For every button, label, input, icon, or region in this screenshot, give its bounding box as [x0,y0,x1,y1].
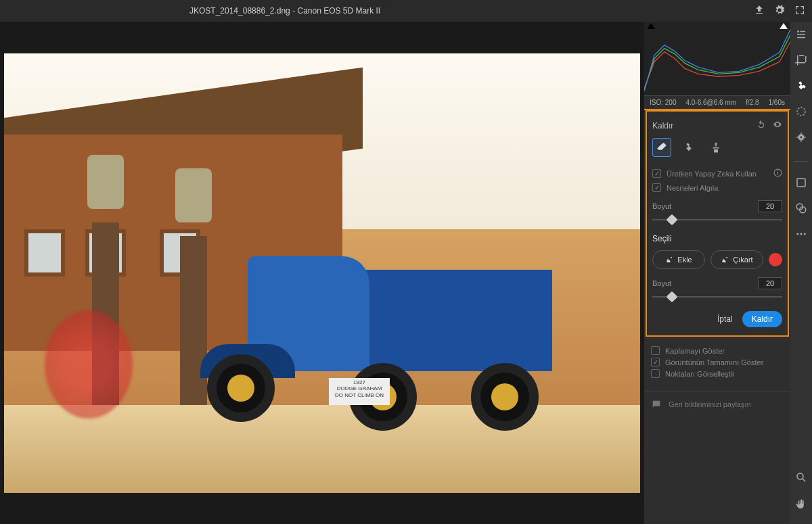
presets-icon[interactable] [795,176,807,191]
title-bar: JKOST_2014_08886_2.dng - Canon EOS 5D Ma… [0,0,812,22]
heal-mode-button[interactable] [679,138,698,157]
shadow-clip-icon[interactable] [647,23,655,29]
export-icon[interactable] [754,5,765,18]
fullimage-checkbox[interactable] [651,358,660,366]
more-icon[interactable] [795,228,807,243]
apply-button[interactable]: Kaldır [742,311,782,327]
svg-point-5 [800,137,803,139]
hand-tool-icon[interactable] [795,498,807,513]
size-slider-2[interactable] [652,292,782,302]
camera-model: Canon EOS 5D Mark II [297,6,380,16]
redeye-tool-icon[interactable] [795,131,807,146]
feedback-link[interactable]: Geri bildiriminizi paylaşın [644,391,790,416]
size-input-2[interactable] [758,277,782,289]
detect-checkbox[interactable] [652,183,661,192]
eye-icon[interactable] [773,120,782,131]
overlay-color-swatch[interactable] [769,253,782,266]
svg-rect-6 [797,178,805,187]
crop-tool-icon[interactable] [795,54,807,69]
gear-icon[interactable] [774,5,785,18]
fullscreen-icon[interactable] [794,5,805,18]
highlight-clip-icon[interactable] [780,23,788,29]
size-slider-1[interactable] [652,215,782,224]
removal-mask-overlay [45,310,133,419]
subtract-button[interactable]: Çıkart [710,250,763,269]
selected-header: Seçili [652,234,782,243]
genai-checkbox[interactable] [652,169,661,178]
visualize-checkbox[interactable] [651,369,660,378]
svg-point-10 [800,233,803,235]
mask-tool-icon[interactable] [795,105,807,120]
svg-point-3 [797,108,805,116]
histogram[interactable] [644,22,790,96]
svg-point-12 [797,473,803,479]
svg-point-2 [797,30,799,32]
overlay-checkbox[interactable] [651,346,660,355]
svg-point-11 [804,233,806,235]
cancel-button[interactable]: İptal [717,314,733,324]
info-icon[interactable] [773,168,782,179]
reset-icon[interactable] [757,120,766,131]
exif-bar: ISO: 200 4.0-6.6@6.6 mm f/2.8 1/60s [644,96,790,110]
image-canvas[interactable]: 1927DODGE GRAHAMDO NOT CLIMB ON [0,22,644,524]
svg-point-1 [671,257,672,258]
panel-title: Kaldır [652,121,673,130]
add-button[interactable]: Ekle [652,250,705,269]
edit-tool-icon[interactable] [795,28,807,43]
eraser-mode-button[interactable] [652,138,671,157]
svg-point-9 [796,233,798,235]
versions-icon[interactable] [795,202,807,217]
zoom-icon[interactable] [795,471,807,486]
size-input-1[interactable] [758,200,782,212]
healing-tool-icon[interactable] [795,80,807,95]
filename: JKOST_2014_08886_2.dng [189,6,290,16]
tool-strip [790,22,812,524]
clone-mode-button[interactable] [706,138,725,157]
right-panel: ISO: 200 4.0-6.6@6.6 mm f/2.8 1/60s Kald… [644,22,790,524]
